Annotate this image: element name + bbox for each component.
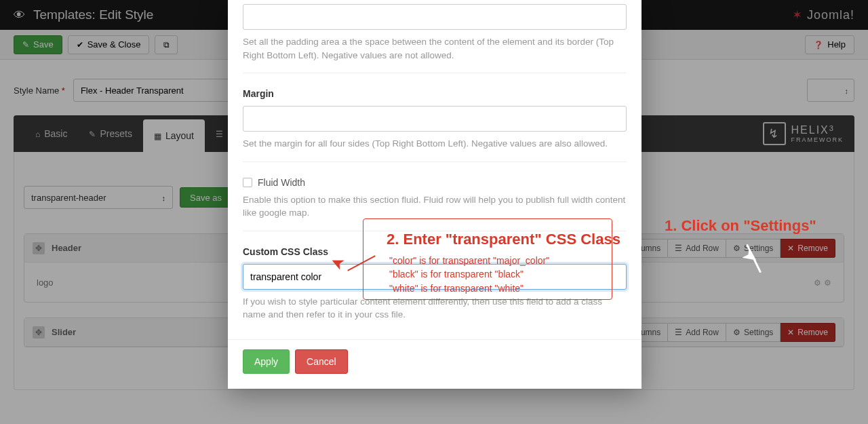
apply-button[interactable]: Apply <box>243 349 290 374</box>
annotation-sublines: "color" is for transparent "major_color"… <box>389 254 549 295</box>
padding-input[interactable] <box>243 4 627 30</box>
fluid-width-checkbox[interactable] <box>243 178 252 187</box>
margin-label: Margin <box>243 88 627 99</box>
annotation-step1: 1. Click on "Settings" <box>665 217 816 235</box>
section-settings-modal: Set all the padding area a the space bet… <box>228 0 642 389</box>
fluid-help: Enable this option to make this section … <box>243 193 627 220</box>
fluid-width-label: Fluid Width <box>258 177 305 188</box>
margin-help: Set the margin for all four sides (Top R… <box>243 137 627 151</box>
cancel-button[interactable]: Cancel <box>295 349 348 374</box>
margin-input[interactable] <box>243 106 627 132</box>
padding-help: Set all the padding area a the space bet… <box>243 35 627 62</box>
modal-footer: Apply Cancel <box>228 339 642 389</box>
annotation-step2: 2. Enter "transparent" CSS Class <box>387 231 620 248</box>
